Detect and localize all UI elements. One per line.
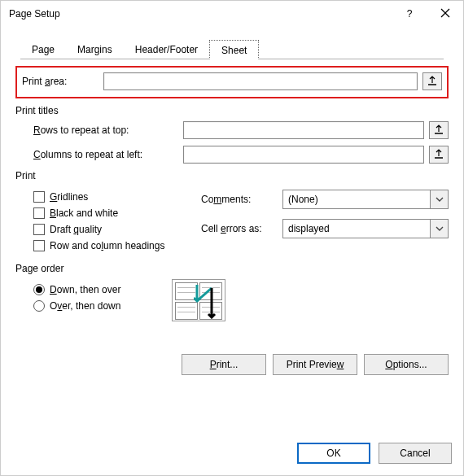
page-order-preview xyxy=(172,279,225,321)
down-then-over-label: Down, then over xyxy=(50,284,120,295)
cols-repeat-label: Columns to repeat at left: xyxy=(33,149,180,160)
comments-value: (None) xyxy=(283,190,430,208)
rows-repeat-picker-button[interactable] xyxy=(429,121,449,139)
collapse-dialog-icon xyxy=(434,124,444,137)
chevron-down-icon xyxy=(430,190,448,208)
row-col-headings-label: Row and column headings xyxy=(50,240,164,251)
close-icon xyxy=(440,8,450,20)
checkbox-icon xyxy=(33,240,45,251)
print-titles-group: Print titles xyxy=(15,105,449,116)
cell-errors-value: displayed xyxy=(283,220,430,238)
print-area-label: Print area: xyxy=(22,76,100,87)
tab-sheet[interactable]: Sheet xyxy=(209,40,259,59)
checkbox-icon xyxy=(33,191,45,203)
cell-errors-combo[interactable]: displayed xyxy=(282,219,449,238)
chevron-down-icon xyxy=(430,220,448,238)
over-then-down-label: Over, then down xyxy=(50,300,120,312)
draft-quality-checkbox[interactable]: Draft quality xyxy=(33,224,193,235)
over-then-down-radio[interactable]: Over, then down xyxy=(33,300,155,312)
tabs: Page Margins Header/Footer Sheet xyxy=(20,40,444,59)
print-area-highlight: Print area: xyxy=(15,66,449,98)
page-setup-dialog: Page Setup ? Page Margins Header/Footer … xyxy=(0,0,464,476)
dialog-body: Page Margins Header/Footer Sheet Print a… xyxy=(1,27,463,375)
page-order-group: Page order xyxy=(15,263,449,274)
ok-button[interactable]: OK xyxy=(297,443,370,464)
black-white-checkbox[interactable]: Black and white xyxy=(33,207,193,219)
cancel-button[interactable]: Cancel xyxy=(379,443,452,464)
checkbox-icon xyxy=(33,224,45,235)
rows-repeat-input[interactable] xyxy=(183,121,424,139)
collapse-dialog-icon xyxy=(427,76,437,88)
cols-repeat-input[interactable] xyxy=(183,146,424,164)
options-button[interactable]: Options... xyxy=(364,354,449,375)
close-button[interactable] xyxy=(427,1,463,27)
rows-repeat-label: Rows to repeat at top: xyxy=(33,124,180,136)
collapse-dialog-icon xyxy=(434,149,444,161)
titlebar: Page Setup ? xyxy=(1,1,463,27)
radio-icon xyxy=(33,284,45,295)
tab-page[interactable]: Page xyxy=(20,40,66,59)
black-white-label: Black and white xyxy=(50,207,118,219)
row-col-headings-checkbox[interactable]: Row and column headings xyxy=(33,240,193,251)
gridlines-label: Gridlines xyxy=(50,191,88,203)
print-group: Print xyxy=(15,170,449,181)
comments-label: Comments: xyxy=(201,194,282,205)
page-order-arrow-icon xyxy=(194,283,220,321)
print-preview-button[interactable]: Print Preview xyxy=(273,354,357,375)
help-icon: ? xyxy=(407,8,413,20)
cell-errors-label: Cell errors as: xyxy=(201,223,282,234)
tab-header-footer[interactable]: Header/Footer xyxy=(124,40,209,59)
checkbox-icon xyxy=(33,207,45,219)
gridlines-checkbox[interactable]: Gridlines xyxy=(33,191,193,203)
down-then-over-radio[interactable]: Down, then over xyxy=(33,284,155,295)
comments-combo[interactable]: (None) xyxy=(282,190,449,209)
print-button[interactable]: Print... xyxy=(182,354,266,375)
print-area-range-picker-button[interactable] xyxy=(422,72,442,90)
tab-margins[interactable]: Margins xyxy=(66,40,124,59)
window-title: Page Setup xyxy=(9,8,392,20)
radio-icon xyxy=(33,300,45,312)
help-button[interactable]: ? xyxy=(392,1,427,27)
cols-repeat-picker-button[interactable] xyxy=(429,146,449,164)
draft-quality-label: Draft quality xyxy=(50,224,102,235)
print-area-input[interactable] xyxy=(103,72,418,90)
